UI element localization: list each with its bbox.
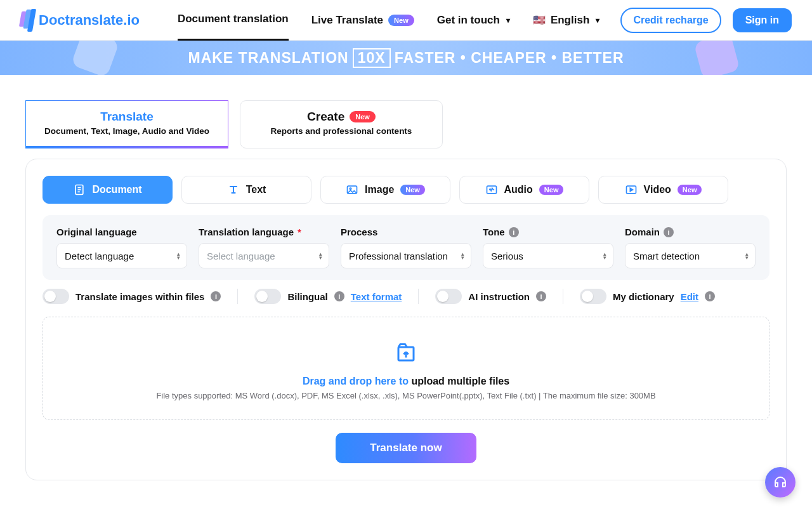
brand-logo[interactable]: Doctranslate.io [20,9,140,32]
chevron-down-icon: ▾ [506,16,510,25]
mode-translate[interactable]: Translate Document, Text, Image, Audio a… [25,100,228,148]
sign-in-button[interactable]: Sign in [733,8,792,32]
select-placeholder: Select language [207,251,275,261]
option-label: Domain i [625,227,756,237]
hero-boxed-text: 10X [353,48,391,68]
info-icon[interactable]: i [211,291,221,301]
option-label: Original language [56,227,187,237]
toggle-my-dictionary: My dictionary Edit i [563,289,715,304]
credit-recharge-button[interactable]: Credit recharge [620,8,721,33]
tab-label: Image [365,184,394,195]
info-icon[interactable]: i [536,291,546,301]
nav-item-label: Live Translate [311,14,383,27]
toggle-label: My dictionary [613,291,674,302]
chat-fab-button[interactable] [765,467,796,498]
upload-icon [53,341,759,369]
opt-process: Process Professional translation ▴▾ [341,227,471,268]
switch[interactable] [580,289,606,304]
options-row: Original language Detect language ▴▾ Tra… [43,215,769,280]
hero-decoration-icon [693,41,740,75]
tab-document[interactable]: Document [43,176,173,204]
tab-image[interactable]: Image New [320,176,450,204]
new-badge: New [678,185,702,195]
tab-label: Audio [504,184,533,195]
sort-arrows-icon: ▴▾ [319,252,322,260]
opt-domain: Domain i Smart detection ▴▾ [625,227,756,268]
switch[interactable] [254,289,281,304]
main-nav: Document translation Live Translate New … [178,0,599,41]
headset-icon [773,475,788,490]
mode-create[interactable]: Create New Reports and professional cont… [240,100,443,148]
switch[interactable] [435,289,462,304]
dropzone-subtitle: File types supported: MS Word (.docx), P… [53,391,759,400]
new-badge: New [400,185,425,195]
nav-document-translation[interactable]: Document translation [178,0,289,41]
text-format-link[interactable]: Text format [351,291,402,302]
header-right: Credit recharge Sign in [620,8,792,33]
image-icon [346,183,358,196]
tab-label: Video [644,184,671,195]
select-original-language[interactable]: Detect language ▴▾ [56,243,187,268]
info-icon[interactable]: i [664,227,674,237]
select-process[interactable]: Professional translation ▴▾ [341,243,471,268]
toggle-label: AI instruction [468,291,530,302]
new-badge: New [539,185,564,195]
toggle-label: Bilingual [287,291,327,302]
select-value: Smart detection [633,251,700,261]
header: Doctranslate.io Document translation Liv… [0,0,812,41]
info-icon[interactable]: i [334,291,344,301]
flag-us-icon: 🇺🇸 [533,14,546,26]
tab-video[interactable]: Video New [598,176,728,204]
hero-banner: MAKE TRANSLATION 10X FASTER • CHEAPER • … [0,41,812,75]
select-tone[interactable]: Serious ▴▾ [483,243,613,268]
info-icon[interactable]: i [705,291,715,301]
sort-arrows-icon: ▴▾ [603,252,606,260]
required-mark: * [298,227,301,237]
tab-text[interactable]: Text [181,176,311,204]
mode-title: Create [307,110,344,124]
select-domain[interactable]: Smart detection ▴▾ [625,243,756,268]
chevron-down-icon: ▾ [596,16,599,25]
language-switcher[interactable]: 🇺🇸 English ▾ [533,0,599,41]
mode-subtitle: Reports and professional contents [247,126,436,136]
brand-name: Doctranslate.io [39,12,140,29]
sort-arrows-icon: ▴▾ [745,252,749,260]
nav-get-in-touch[interactable]: Get in touch ▾ [437,0,510,41]
logo-mark-icon [20,9,34,32]
sort-arrows-icon: ▴▾ [177,252,180,260]
translate-now-button[interactable]: Translate now [336,433,476,463]
translation-panel: Document Text Image New Audio New Video … [25,159,787,480]
document-icon [73,183,86,196]
cta-row: Translate now [43,433,769,463]
select-value: Professional translation [349,251,448,261]
toggle-label: Translate images within files [75,291,204,302]
audio-icon [485,183,498,196]
toggle-bilingual: Bilingual i Text format [237,289,402,304]
nav-live-translate[interactable]: Live Translate New [311,0,414,41]
tab-audio[interactable]: Audio New [459,176,589,204]
tab-label: Text [246,184,266,195]
select-translation-language[interactable]: Select language ▴▾ [199,243,329,268]
new-badge: New [388,15,414,26]
opt-translation-language: Translation language* Select language ▴▾ [199,227,329,268]
switch[interactable] [43,289,69,304]
tab-label: Document [92,184,141,195]
info-icon[interactable]: i [509,227,519,237]
select-value: Serious [491,251,523,261]
file-dropzone[interactable]: Drag and drop here to upload multiple fi… [43,317,769,420]
type-tabs: Document Text Image New Audio New Video … [43,176,769,204]
new-badge: New [350,111,376,122]
mode-subtitle: Document, Text, Image, Audio and Video [32,126,221,136]
select-value: Detect language [65,251,134,261]
hero-decoration-icon [71,41,120,75]
nav-item-label: Get in touch [437,14,500,27]
toggle-ai-instruction: AI instruction i [418,289,546,304]
opt-tone: Tone i Serious ▴▾ [483,227,613,268]
dropzone-title: Drag and drop here to upload multiple fi… [53,376,759,387]
hero-text: MAKE TRANSLATION [188,49,348,67]
hero-text: FASTER • CHEAPER • BETTER [395,49,624,67]
video-icon [625,183,638,196]
toggle-row: Translate images within files i Bilingua… [43,289,769,304]
edit-link[interactable]: Edit [681,291,698,302]
opt-original-language: Original language Detect language ▴▾ [56,227,187,268]
